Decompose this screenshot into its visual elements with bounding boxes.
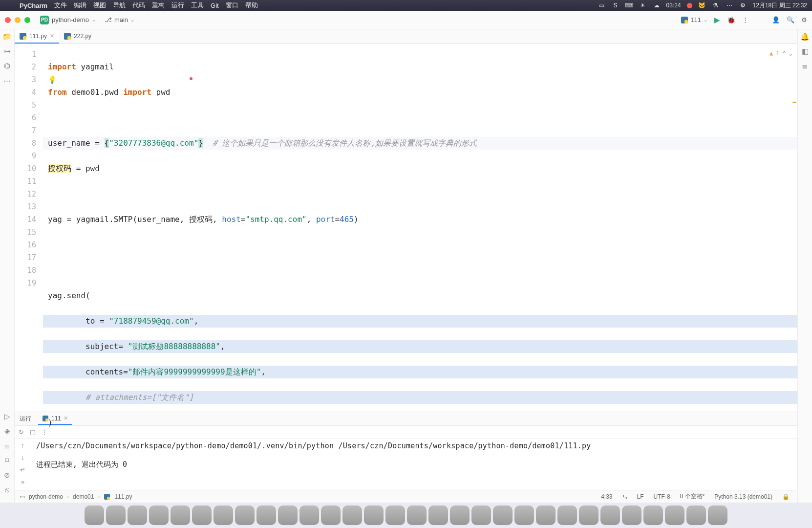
structure-tool-icon[interactable]: ⌬ — [4, 62, 10, 70]
project-name: python-demo — [52, 16, 89, 23]
more-actions-button[interactable]: ⋮ — [742, 16, 748, 23]
line-gutter: 123 456 789 101112 131415 161718 19 — [15, 44, 43, 412]
git-branch-selector[interactable]: ⎇ main ⌄ — [105, 16, 134, 23]
menu-navigate[interactable]: 导航 — [113, 1, 126, 10]
problems-tool-icon[interactable]: ⊘ — [4, 471, 10, 480]
chevron-down-icon: ⌄ — [130, 17, 134, 22]
tray-icon-flask[interactable]: ⚗ — [712, 1, 720, 9]
code-area[interactable]: import yagmail from demo01.pwd import pw… — [43, 44, 797, 412]
tab-label: 222.py — [74, 33, 91, 40]
tab-label: 111.py — [29, 33, 47, 40]
stop-icon[interactable]: ▢ — [30, 428, 36, 436]
menu-code[interactable]: 代码 — [132, 1, 145, 10]
menu-refactor[interactable]: 重构 — [152, 1, 165, 10]
zoom-window-button[interactable] — [24, 17, 30, 23]
mac-menubar: PyCharm 文件 编辑 视图 导航 代码 重构 运行 工具 Git 窗口 帮… — [0, 0, 812, 11]
svg-rect-5 — [67, 36, 71, 40]
vcs-tool-icon[interactable]: ⎋ — [5, 485, 9, 494]
close-tab-icon[interactable]: ✕ — [50, 33, 54, 39]
tray-clock-1: 03:24 — [666, 2, 681, 9]
intention-bulb-icon[interactable]: 💡 — [48, 73, 56, 86]
scroll-down-icon[interactable]: ↓ — [21, 454, 24, 461]
python-tool-icon[interactable]: ◈ — [4, 427, 10, 436]
rerun-icon[interactable]: ↻ — [19, 428, 24, 436]
breadcrumb-icon: ▭ — [20, 493, 25, 500]
scroll-up-icon[interactable]: ↑ — [21, 441, 24, 449]
branch-name: main — [114, 16, 128, 23]
chevron-up-icon[interactable]: ⌃ — [783, 47, 786, 60]
tray-icon-more[interactable]: ⋯ — [726, 1, 733, 9]
debug-button[interactable]: 🐞 — [727, 16, 735, 24]
run-config-selector[interactable]: 111 ⌄ — [681, 16, 707, 23]
run-gutter: ↑ ↓ ↵ » — [15, 439, 31, 490]
editor[interactable]: 123 456 789 101112 131415 161718 19 impo… — [15, 44, 797, 412]
run-tool-icon[interactable]: ▷ — [4, 412, 10, 421]
commit-tool-icon[interactable]: ⊶ — [3, 47, 11, 56]
project-tool-icon[interactable]: 📁 — [2, 32, 12, 41]
search-icon[interactable]: 🔍 — [787, 16, 794, 23]
terminal-tool-icon[interactable]: ⌑ — [5, 456, 9, 465]
python-icon — [681, 17, 688, 23]
warning-icon: ▲ — [769, 47, 773, 60]
run-config-name: 111 — [690, 16, 701, 23]
right-tool-stripe: 🔔 ◧ ≣ — [797, 29, 812, 503]
tray-icon-control[interactable]: ⚙ — [739, 1, 747, 9]
error-stripe[interactable] — [791, 44, 797, 412]
run-label: 运行 — [20, 415, 31, 423]
window-toolbar: PD python-demo ⌄ ⎇ main ⌄ 111 ⌄ ▶ 🐞 ⋮ 👤 … — [0, 11, 812, 29]
minimize-window-button[interactable] — [15, 17, 21, 23]
menu-window[interactable]: 窗口 — [226, 1, 238, 10]
tray-icon-brightness[interactable]: ☀ — [639, 1, 647, 9]
menu-tools[interactable]: 工具 — [191, 1, 204, 10]
more-tool-icon[interactable]: ⋯ — [3, 76, 11, 85]
close-window-button[interactable] — [5, 17, 11, 23]
menu-git[interactable]: Git — [211, 2, 219, 9]
branch-icon: ⎇ — [105, 16, 112, 23]
error-marker-icon — [190, 77, 192, 80]
tray-icon-2[interactable]: S — [612, 1, 620, 9]
apple-icon[interactable] — [5, 1, 13, 9]
left-tool-stripe: 📁 ⊶ ⌬ ⋯ ▷ ◈ ≣ ⌑ ⊘ ⎋ — [0, 29, 15, 503]
editor-tab-111[interactable]: 111.py ✕ — [15, 29, 59, 44]
editor-tabs: 111.py ✕ 222.py — [15, 29, 797, 44]
chevron-down-icon: ⌄ — [704, 17, 707, 22]
chevron-down-icon: ⌄ — [92, 17, 96, 22]
editor-tab-222[interactable]: 222.py — [59, 29, 96, 44]
scroll-end-icon[interactable]: » — [21, 478, 24, 485]
svg-rect-3 — [23, 36, 26, 40]
tray-icon-1[interactable]: ▭ — [598, 1, 606, 9]
run-button[interactable]: ▶ — [714, 16, 720, 24]
warning-count: 1 — [776, 47, 779, 60]
tray-date[interactable]: 12月18日 周三 22:32 — [753, 1, 807, 10]
notifications-icon[interactable]: 🔔 — [800, 32, 810, 41]
svg-rect-1 — [684, 20, 688, 23]
recording-icon[interactable] — [687, 3, 692, 8]
menu-view[interactable]: 视图 — [93, 1, 106, 10]
app-name[interactable]: PyCharm — [20, 2, 47, 9]
window-controls — [5, 17, 30, 23]
tray-icon-3[interactable]: ⌨︎ — [625, 1, 633, 9]
tray-icon-cat[interactable]: 🐱 — [698, 1, 706, 9]
project-selector[interactable]: PD python-demo ⌄ — [40, 16, 96, 24]
stripe-warn-mark[interactable] — [792, 102, 796, 103]
soft-wrap-icon[interactable]: ↵ — [20, 466, 25, 473]
account-icon[interactable]: 👤 — [772, 16, 780, 23]
ai-tool-icon[interactable]: ◧ — [802, 47, 809, 56]
menu-help[interactable]: 帮助 — [245, 1, 258, 10]
menu-run[interactable]: 运行 — [171, 1, 184, 10]
python-file-icon — [20, 33, 26, 40]
settings-icon[interactable]: ⚙ — [801, 16, 807, 23]
python-file-icon — [64, 33, 71, 40]
inspections-widget[interactable]: ▲ 1 ⌃ ⌄ — [769, 47, 792, 60]
menu-edit[interactable]: 编辑 — [74, 1, 86, 10]
tray-icon-weather[interactable]: ☁ — [653, 1, 661, 9]
services-tool-icon[interactable]: ≣ — [4, 441, 10, 450]
menu-file[interactable]: 文件 — [54, 1, 67, 10]
project-badge-icon: PD — [40, 16, 49, 24]
